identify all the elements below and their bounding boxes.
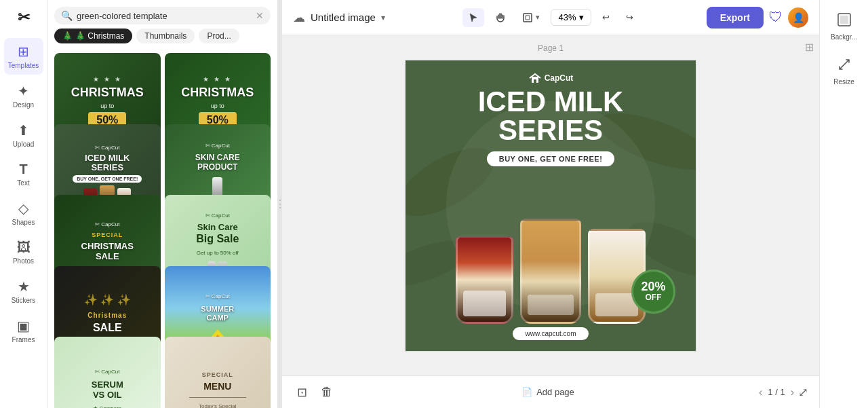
discount-percent: 20% <box>641 280 665 294</box>
top-toolbar: ☁ Untitled image ▾ ▾ 43% ▾ ↩ ↪ <box>282 0 819 35</box>
frames-label: Frames <box>12 336 35 344</box>
bottom-right-tools: ‹ 1 / 1 › ⤢ <box>759 385 808 400</box>
page-corner-icon: ⊞ <box>805 41 814 54</box>
fullscreen-button[interactable]: ⤢ <box>798 385 808 400</box>
filter-tags: 🎄 🎄 Christmas Thumbnails Prod... <box>47 29 277 49</box>
search-input-wrap[interactable]: 🔍 ✕ <box>54 7 271 24</box>
background-panel-item[interactable]: Backgr... <box>824 5 865 48</box>
canvas-background: CapCut ICED MILK SERIES BUY ONE, GET ONE… <box>406 60 696 351</box>
select-tool-button[interactable] <box>462 8 484 27</box>
template-card-serum[interactable]: ✄ CapCut SERUMVS OIL ★ Compare <box>54 337 161 408</box>
user-avatar[interactable]: 👤 <box>788 7 808 28</box>
search-bar: 🔍 ✕ <box>47 0 277 29</box>
design-icon: ✦ <box>18 83 29 99</box>
right-panel: Backgr... Resize <box>819 0 868 408</box>
editor-main: ☁ Untitled image ▾ ▾ 43% ▾ ↩ ↪ <box>282 0 819 408</box>
svg-rect-3 <box>526 16 530 20</box>
filter-tag-thumbnails[interactable]: Thumbnails <box>136 29 195 43</box>
sidebar-item-shapes[interactable]: ◇ Shapes <box>4 195 43 231</box>
sidebar-item-frames[interactable]: ▣ Frames <box>4 312 43 349</box>
templates-grid: ★ ★ ★ CHRISTMAS up to 50% OFF ★ ★ ★ CHRI… <box>47 49 277 408</box>
svg-rect-10 <box>534 79 536 83</box>
delete-button[interactable]: 🗑 <box>317 382 337 403</box>
redo-button[interactable]: ↪ <box>620 8 639 26</box>
add-page-button[interactable]: 📄 Add page <box>515 384 581 400</box>
export-button[interactable]: Export <box>707 7 764 29</box>
drink-cup-left <box>456 236 513 324</box>
next-page-button[interactable]: › <box>791 386 794 398</box>
upload-icon: ⬆ <box>18 122 29 138</box>
background-icon <box>837 12 852 31</box>
discount-off-label: OFF <box>646 293 662 302</box>
bottom-toolbar: ⊡ 🗑 📄 Add page ‹ 1 / 1 › ⤢ <box>282 375 819 408</box>
filter-tag-christmas[interactable]: 🎄 🎄 Christmas <box>54 29 132 43</box>
frame-tool-button[interactable]: ▾ <box>517 8 545 27</box>
thumbnails-tag-label: Thumbnails <box>144 31 186 41</box>
products-tag-label: Prod... <box>207 31 231 41</box>
bottom-left-tools: ⊡ 🗑 <box>293 382 337 403</box>
christmas-tag-label: 🎄 Christmas <box>75 31 124 41</box>
app-logo[interactable]: ✂ <box>12 5 36 30</box>
zoom-dropdown-icon: ▾ <box>579 12 584 22</box>
page-indicator: 1 / 1 <box>768 387 785 397</box>
zoom-value: 43% <box>558 12 576 22</box>
filter-tag-products[interactable]: Prod... <box>199 29 239 43</box>
photos-label: Photos <box>13 257 34 265</box>
sidebar-item-upload[interactable]: ⬆ Upload <box>4 117 43 153</box>
photos-icon: 🖼 <box>17 240 31 255</box>
doc-title-dropdown-icon[interactable]: ▾ <box>381 13 385 22</box>
template-card-special-menu[interactable]: SPECIAL MENU Today's Special <box>165 337 271 408</box>
prev-page-button[interactable]: ‹ <box>759 386 762 398</box>
sidebar-item-design[interactable]: ✦ Design <box>4 77 43 114</box>
background-panel-label: Backgr... <box>831 33 857 41</box>
zoom-control[interactable]: 43% ▾ <box>551 9 591 26</box>
canvas-container[interactable]: CapCut ICED MILK SERIES BUY ONE, GET ONE… <box>405 60 696 352</box>
shapes-icon: ◇ <box>18 200 28 217</box>
svg-point-4 <box>406 134 505 229</box>
canvas-title: ICED MILK SERIES <box>478 88 624 145</box>
toolbar-right: Export 🛡 👤 <box>644 7 808 29</box>
resize-icon <box>837 57 852 75</box>
cloud-save-icon[interactable]: ☁ <box>293 10 305 25</box>
drink-cup-center <box>520 219 581 324</box>
add-page-icon: 📄 <box>521 387 532 397</box>
upload-label: Upload <box>13 141 35 148</box>
page-navigation: ‹ 1 / 1 › <box>759 386 794 398</box>
redo-icon: ↪ <box>626 12 633 22</box>
discount-badge: 20% OFF <box>631 270 675 314</box>
shield-icon[interactable]: 🛡 <box>769 10 783 25</box>
page-label: Page 1 <box>538 43 564 53</box>
templates-label: Templates <box>8 62 39 69</box>
undo-button[interactable]: ↩ <box>597 8 615 26</box>
search-input[interactable] <box>77 11 252 21</box>
toolbar-left: ☁ Untitled image ▾ <box>293 10 457 25</box>
stickers-label: Stickers <box>12 297 36 304</box>
canvas-url: www.capcut.com <box>513 327 588 340</box>
page-current: 1 <box>768 387 772 397</box>
resize-panel-item[interactable]: Resize <box>824 50 865 92</box>
canvas-drinks <box>456 219 646 324</box>
stickers-icon: ★ <box>18 278 30 295</box>
canvas-logo: CapCut <box>528 73 574 84</box>
hand-tool-button[interactable] <box>490 8 511 27</box>
add-page-label: Add page <box>536 387 574 397</box>
page-separator: / <box>775 387 778 397</box>
sidebar-item-photos[interactable]: 🖼 Photos <box>4 234 43 270</box>
document-title[interactable]: Untitled image <box>311 12 376 23</box>
page-total: 1 <box>780 387 785 397</box>
search-clear-icon[interactable]: ✕ <box>256 10 264 21</box>
svg-rect-2 <box>524 14 532 22</box>
toolbar-center: ▾ 43% ▾ ↩ ↪ <box>462 8 638 27</box>
shapes-label: Shapes <box>12 219 35 226</box>
bottom-center-tools: 📄 Add page <box>515 384 581 400</box>
sidebar-item-stickers[interactable]: ★ Stickers <box>4 273 43 310</box>
undo-icon: ↩ <box>602 12 610 22</box>
sidebar-item-templates[interactable]: ⊞ Templates <box>4 38 43 75</box>
text-label: Text <box>17 179 29 187</box>
design-label: Design <box>13 101 34 109</box>
canvas-area: Page 1 ⊞ CapCut ICED MI <box>282 35 819 375</box>
add-frame-button[interactable]: ⊡ <box>293 382 311 403</box>
resize-panel-label: Resize <box>833 78 854 86</box>
sidebar-item-text[interactable]: T Text <box>4 156 43 192</box>
svg-rect-12 <box>840 16 848 24</box>
